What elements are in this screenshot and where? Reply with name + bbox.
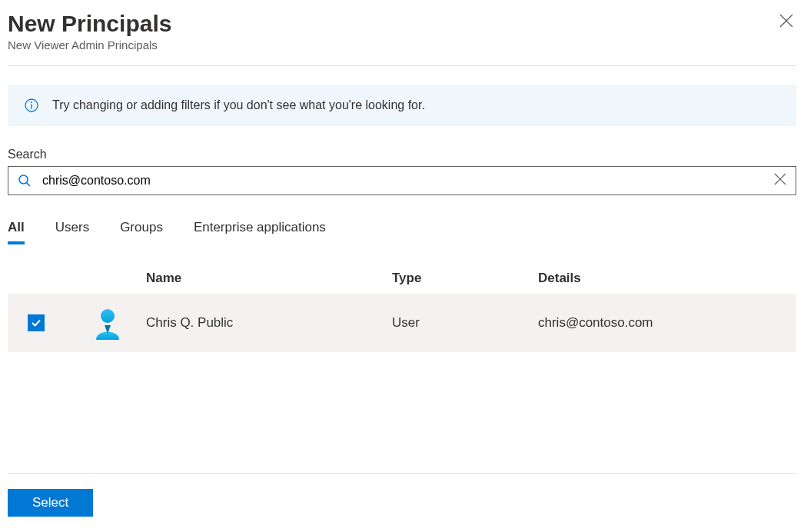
search-input[interactable] (42, 174, 763, 188)
clear-search-button[interactable] (774, 173, 786, 188)
row-checkbox[interactable] (28, 314, 45, 331)
tab-all[interactable]: All (8, 220, 25, 244)
svg-rect-2 (31, 105, 32, 109)
tab-enterprise-applications[interactable]: Enterprise applications (194, 220, 326, 244)
column-type[interactable]: Type (392, 271, 538, 286)
results-table: Name Type Details Chris Q. Public User c… (8, 271, 796, 352)
column-details[interactable]: Details (538, 271, 796, 286)
svg-point-3 (19, 175, 28, 184)
tab-list: All Users Groups Enterprise applications (0, 195, 804, 244)
page-title: New Principals (8, 11, 171, 37)
info-message: Try changing or adding filters if you do… (52, 98, 425, 112)
header-divider (8, 65, 796, 66)
table-row[interactable]: Chris Q. Public User chris@contoso.com (8, 294, 796, 352)
svg-line-4 (27, 183, 31, 187)
close-icon (779, 14, 793, 28)
info-bar: Try changing or adding filters if you do… (8, 85, 796, 126)
info-icon (25, 98, 38, 112)
page-subtitle: New Viewer Admin Principals (8, 38, 171, 52)
search-icon (18, 174, 32, 188)
user-avatar-icon (91, 306, 125, 340)
cell-details: chris@contoso.com (538, 315, 796, 331)
tab-users[interactable]: Users (55, 220, 89, 244)
svg-point-5 (101, 309, 115, 323)
close-button[interactable] (776, 11, 796, 34)
search-label: Search (8, 148, 796, 161)
svg-point-1 (31, 101, 32, 103)
cell-type: User (392, 315, 538, 331)
check-icon (31, 318, 42, 328)
cell-name: Chris Q. Public (146, 315, 392, 331)
footer: Select (8, 473, 796, 532)
table-header: Name Type Details (8, 271, 796, 294)
select-button[interactable]: Select (8, 489, 93, 517)
search-input-container[interactable] (8, 166, 796, 195)
tab-groups[interactable]: Groups (120, 220, 163, 244)
clear-icon (774, 173, 786, 185)
column-name[interactable]: Name (146, 271, 392, 286)
